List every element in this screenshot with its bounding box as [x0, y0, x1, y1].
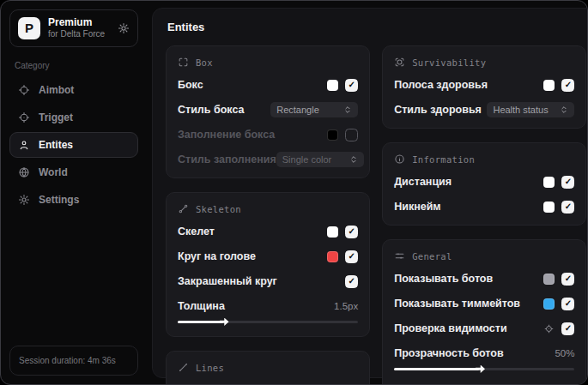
setting-label: Толщина	[178, 300, 225, 312]
setting-label: Дистанция	[394, 176, 452, 188]
slider-value: 1.5px	[334, 301, 358, 311]
gear-icon[interactable]	[118, 22, 130, 34]
setting-row: Проверка видимости	[394, 321, 574, 336]
lines-card: Lines Линия до врага	[166, 351, 370, 385]
bot-opacity-slider-row: Прозрачность ботов 50%	[394, 346, 574, 373]
fill-style-select[interactable]: Single color	[276, 152, 364, 167]
health-style-select[interactable]: Health status	[487, 102, 574, 117]
setting-label: Показывать тиммейтов	[394, 298, 520, 310]
sidebar-item-label: Entites	[39, 139, 73, 151]
sidebar-item-aimbot[interactable]: Aimbot	[9, 77, 138, 103]
world-globe-icon	[18, 166, 30, 178]
sidebar-item-settings[interactable]: Settings	[9, 187, 138, 213]
select-value: Rectangle	[276, 105, 319, 115]
setting-row: Дистанция	[394, 174, 574, 189]
setting-row: Показывать тиммейтов	[394, 296, 574, 311]
main-panel: Entites Box Бокс	[152, 8, 588, 378]
card-header-label: Survivability	[412, 57, 486, 68]
setting-label: Круг на голове	[178, 250, 256, 262]
sidebar-item-entites[interactable]: Entites	[9, 132, 138, 158]
color-swatch[interactable]	[543, 202, 555, 213]
sidebar-item-label: Trigget	[39, 111, 73, 123]
setting-row: Стиль здоровья Health status	[394, 102, 574, 117]
setting-label: Стиль заполнения	[178, 153, 276, 165]
bone-icon	[178, 203, 189, 214]
setting-label: Скелет	[178, 226, 215, 238]
box-card-header: Box	[178, 57, 358, 68]
color-swatch[interactable]	[543, 274, 555, 285]
setting-label: Закрашенный круг	[178, 275, 277, 287]
information-card: Information Дистанция Никнейм	[382, 142, 586, 226]
columns: Box Бокс Стиль бокса Rectangle	[166, 45, 586, 385]
diagonal-line-icon	[178, 362, 189, 373]
slider-value: 50%	[555, 348, 574, 358]
slider-thumb[interactable]	[178, 321, 223, 323]
box-card: Box Бокс Стиль бокса Rectangle	[166, 45, 370, 178]
color-swatch[interactable]	[327, 226, 338, 238]
checkbox[interactable]	[561, 298, 574, 310]
setting-label: Бокс	[178, 79, 203, 91]
trigger-target-icon	[18, 111, 30, 123]
color-swatch[interactable]	[543, 298, 555, 310]
right-column: Survivability Полоса здоровья Стиль здор…	[382, 45, 586, 385]
setting-label: Прозрачность ботов	[394, 347, 503, 359]
setting-label: Полоса здоровья	[394, 79, 488, 91]
checkbox[interactable]	[345, 79, 358, 92]
brand-logo: P	[18, 17, 40, 39]
setting-label: Показывать ботов	[394, 273, 493, 285]
entities-person-icon	[18, 139, 30, 151]
setting-label: Стиль бокса	[178, 104, 244, 116]
checkbox[interactable]	[561, 79, 574, 92]
setting-row: Никнейм	[394, 199, 574, 214]
thickness-slider[interactable]	[178, 318, 358, 326]
checkbox[interactable]	[561, 201, 574, 214]
skeleton-card: Skeleton Скелет Круг на голове	[166, 192, 370, 337]
sliders-icon	[394, 250, 405, 262]
bot-opacity-slider[interactable]	[394, 365, 574, 373]
checkbox[interactable]	[561, 176, 574, 189]
checkbox[interactable]	[345, 226, 358, 238]
setting-row: Заполнение бокса	[178, 127, 358, 142]
checkbox[interactable]	[561, 273, 574, 286]
select-value: Single color	[282, 154, 331, 165]
sidebar-item-label: Aimbot	[39, 84, 74, 96]
color-swatch[interactable]	[543, 80, 555, 91]
setting-row: Бокс	[178, 77, 358, 93]
checkbox[interactable]	[345, 129, 358, 141]
survivability-card-header: Survivability	[394, 57, 574, 68]
setting-label: Никнейм	[394, 201, 440, 213]
visibility-scope-icon[interactable]	[543, 323, 555, 334]
brand-card: P Premium for Delta Force	[9, 9, 138, 47]
lines-card-header: Lines	[178, 362, 358, 373]
card-header-label: Skeleton	[196, 204, 241, 214]
setting-label: Проверка видимости	[394, 322, 506, 334]
focus-circle-icon	[394, 57, 405, 68]
brand-text: Premium for Delta Force	[48, 16, 105, 40]
slider-thumb[interactable]	[394, 368, 479, 370]
checkbox[interactable]	[561, 322, 574, 335]
brand-title: Premium	[48, 16, 105, 29]
color-swatch[interactable]	[543, 177, 555, 188]
box-corners-icon	[178, 57, 189, 68]
chevrons-up-down-icon	[349, 155, 358, 164]
skeleton-card-header: Skeleton	[178, 203, 358, 214]
box-style-select[interactable]: Rectangle	[270, 102, 358, 117]
sidebar: P Premium for Delta Force Category	[1, 1, 147, 384]
color-swatch[interactable]	[327, 80, 338, 91]
checkbox[interactable]	[345, 250, 358, 263]
select-value: Health status	[493, 105, 548, 115]
page-title: Entites	[167, 21, 585, 33]
sidebar-item-world[interactable]: World	[9, 159, 138, 185]
color-swatch[interactable]	[327, 129, 338, 141]
checkbox[interactable]	[345, 275, 358, 288]
color-swatch[interactable]	[327, 251, 338, 262]
chevrons-up-down-icon	[560, 105, 568, 114]
setting-row: Полоса здоровья	[394, 77, 574, 93]
setting-row: Круг на голове	[178, 249, 358, 264]
category-label: Category	[15, 61, 133, 70]
setting-row: Скелет	[178, 224, 358, 239]
sidebar-item-trigget[interactable]: Trigget	[9, 105, 138, 130]
setting-row: Стиль бокса Rectangle	[178, 102, 358, 117]
app-window: P Premium for Delta Force Category	[0, 0, 588, 385]
information-card-header: Information	[394, 153, 574, 165]
